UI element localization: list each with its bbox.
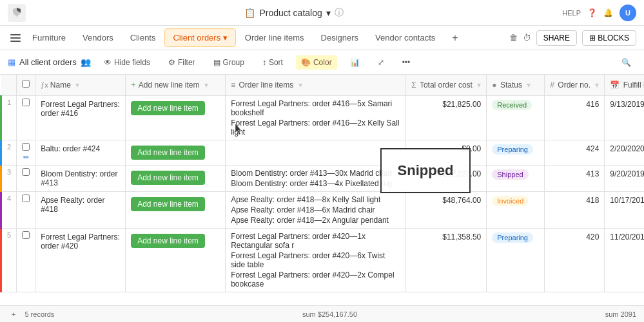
hide-icon: 👁 (104, 58, 112, 67)
nav-designers[interactable]: Designers (313, 29, 367, 46)
blocks-button[interactable]: ⊞ BLOCKS (582, 30, 636, 46)
share-button[interactable]: SHARE (536, 30, 577, 46)
add-line-item-cell: Add new line item (126, 140, 226, 165)
row-name-cell[interactable]: Apse Realty: order #418 (35, 191, 126, 228)
row-checkbox-cell: ✏ (17, 140, 35, 165)
title-dropdown-icon[interactable]: ▾ (326, 8, 331, 18)
user-avatar[interactable]: U (620, 5, 636, 21)
table-header-row: ƒx Name ▾ + Add new line item ▾ ≡ Order … (1, 75, 645, 95)
fulfill-by-cell: 11/20/2019 (605, 228, 644, 292)
help-text: HELP (562, 9, 581, 17)
fulfill-by-cell: 9/13/2019 (605, 95, 644, 140)
add-line-item-button[interactable]: Add new line item (131, 146, 205, 160)
row-checkbox[interactable] (22, 143, 30, 151)
row-name-cell[interactable]: Bloom Dentistry: order #413 (35, 165, 126, 191)
order-no-cell: 420 (545, 228, 605, 292)
catalog-icon: 📋 (244, 8, 255, 18)
th-add-dropdown[interactable]: ▾ (204, 80, 208, 90)
ellipsis-icon: ••• (402, 58, 411, 67)
records-count: 5 records (24, 310, 54, 318)
top-bar: 📋 Product catalog ▾ ⓘ HELP ❓ 🔔 U (0, 0, 644, 26)
th-order-no[interactable]: # Order no. ▾ (545, 75, 605, 95)
help-icon[interactable]: ❓ (587, 8, 597, 17)
add-line-item-cell: Add new line item (126, 228, 226, 292)
th-add-line[interactable]: + Add new line item ▾ (126, 75, 226, 95)
footer-sum-cost: sum $254,167.50 (302, 310, 357, 318)
nav-order-line-items[interactable]: Order line items (237, 29, 312, 46)
nav-client-orders[interactable]: Client orders ▾ (164, 28, 235, 47)
more-button[interactable]: ••• (397, 55, 416, 70)
th-cost-dropdown[interactable]: ▾ (477, 80, 481, 90)
th-status-dropdown[interactable]: ▾ (527, 80, 531, 90)
view-user-icon[interactable]: 👥 (81, 57, 91, 67)
app-title-area: 📋 Product catalog ▾ ⓘ (244, 7, 343, 19)
sort-button[interactable]: ↕ Sort (257, 55, 288, 70)
status-cell: Preparing (487, 228, 545, 292)
cost-cell: $172,220.00 (406, 165, 487, 191)
th-cost[interactable]: Σ Total order cost ▾ (406, 75, 487, 95)
row-name-cell[interactable]: Forrest Legal Partners: order #420 (35, 228, 126, 292)
trash-icon[interactable]: 🗑 (509, 33, 518, 43)
edit-icon[interactable]: ✏ (23, 153, 29, 161)
row-number: 1 (1, 95, 17, 140)
toolbar: ▦ All client orders 👥 👁 Hide fields ⚙ Fi… (0, 50, 644, 75)
search-icon: 🔍 (621, 58, 631, 67)
add-line-item-button[interactable]: Add new line item (131, 101, 205, 115)
row-name-cell[interactable]: Forrest Legal Partners: order #416 (35, 95, 126, 140)
nav-vendors[interactable]: Vendors (75, 29, 121, 46)
add-line-item-button[interactable]: Add new line item (131, 171, 205, 185)
nav-add-tab[interactable]: + (444, 28, 465, 48)
row-checkbox[interactable] (22, 99, 30, 106)
history-icon[interactable]: ⏱ (523, 33, 531, 43)
th-name[interactable]: ƒx Name ▾ (35, 75, 126, 95)
hamburger-menu[interactable] (8, 32, 23, 44)
row-checkbox-cell (17, 165, 35, 191)
select-all-checkbox[interactable] (22, 80, 30, 88)
nav-vendor-contacts[interactable]: Vendor contacts (367, 29, 443, 46)
row-name-cell[interactable]: Baltu: order #424 (35, 140, 126, 165)
th-fulfill[interactable]: 📅 Fulfill by ▾ (605, 75, 644, 95)
search-button[interactable]: 🔍 (616, 55, 636, 70)
status-cell: Shipped (487, 165, 545, 191)
sigma-icon: Σ (411, 80, 416, 90)
add-line-item-button[interactable]: Add new line item (131, 234, 205, 248)
row-checkbox[interactable] (22, 194, 30, 202)
order-item-line: Forrest Legal Partners: order #420—1x Re… (231, 231, 400, 251)
chart-icon: 📊 (350, 58, 360, 67)
expand-button[interactable]: ⤢ (373, 55, 389, 70)
add-line-item-button[interactable]: Add new line item (131, 197, 205, 211)
th-items-dropdown[interactable]: ▾ (298, 80, 302, 90)
add-line-item-cell: Add new line item (126, 95, 226, 140)
grid-icon: ▦ (8, 57, 15, 67)
th-status[interactable]: ● Status ▾ (487, 75, 545, 95)
th-ordno-dropdown[interactable]: ▾ (595, 80, 599, 90)
bell-icon[interactable]: 🔔 (603, 8, 613, 17)
filter-button[interactable]: ⚙ Filter (163, 55, 200, 70)
title-info-icon[interactable]: ⓘ (335, 7, 344, 19)
color-button[interactable]: 🎨 Color (296, 55, 337, 70)
status-badge: Preparing (492, 144, 533, 155)
nav-furniture[interactable]: Furniture (24, 29, 73, 46)
nav-bar: Furniture Vendors Clients Client orders … (0, 26, 644, 50)
hide-fields-button[interactable]: 👁 Hide fields (99, 55, 155, 70)
status-cell: Received (487, 95, 545, 140)
cost-cell: $0.00 (406, 140, 487, 165)
table-row: 2✏Baltu: order #424Add new line item$0.0… (1, 140, 645, 165)
row-number: 3 (1, 165, 17, 191)
app-logo[interactable] (8, 4, 26, 22)
view-name-area: ▦ All client orders 👥 (8, 57, 91, 67)
row-checkbox[interactable] (22, 231, 30, 239)
row-number: 2 (1, 140, 17, 165)
row-checkbox[interactable] (22, 168, 30, 176)
nav-clients[interactable]: Clients (122, 29, 164, 46)
add-row-button[interactable]: + (8, 309, 19, 319)
th-checkbox[interactable] (17, 75, 35, 95)
group-button[interactable]: ▤ Group (208, 55, 249, 70)
order-item-line: Forrest Legal Partners: order #420—6x Tw… (231, 251, 400, 270)
row-checkbox-cell (17, 95, 35, 140)
th-name-dropdown[interactable]: ▾ (75, 80, 79, 90)
app-title: Product catalog (259, 8, 322, 18)
order-item-line: Forrest Legal Partners: order #420—2x Co… (231, 270, 400, 289)
chart-button[interactable]: 📊 (345, 55, 365, 70)
th-order-items[interactable]: ≡ Order line items ▾ (226, 75, 406, 95)
